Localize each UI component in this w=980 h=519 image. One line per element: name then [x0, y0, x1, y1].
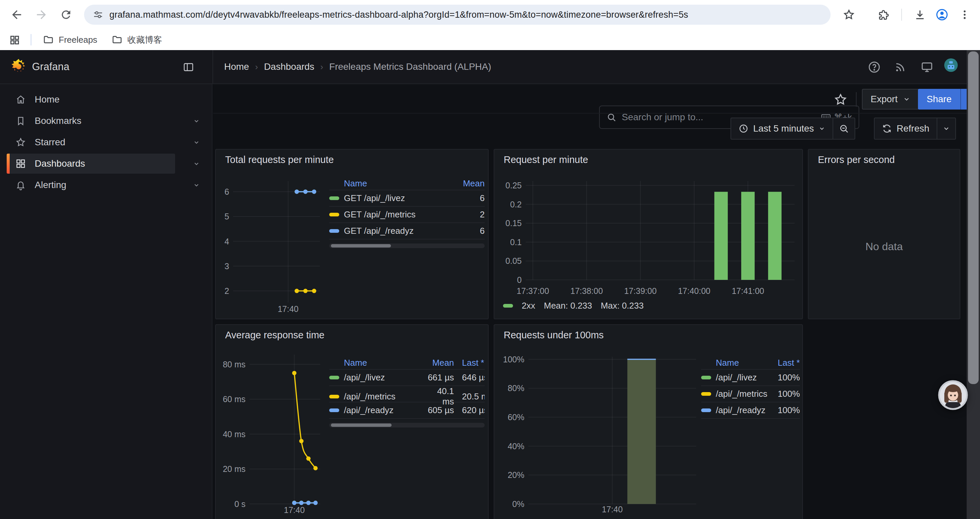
legend-item-2xx[interactable]: 2xx Mean: 0.233 Max: 0.233 — [503, 300, 644, 311]
legend-header-name[interactable]: Name — [716, 358, 769, 368]
export-button[interactable]: Export — [862, 89, 919, 110]
dashboards-grid-icon — [15, 158, 26, 169]
panel-title[interactable]: Errors per second — [818, 154, 895, 165]
bookmark-folder-freeleaps[interactable]: Freeleaps — [37, 32, 103, 48]
series-mean: Mean: 0.233 — [544, 300, 592, 311]
grafana-logo[interactable] — [10, 58, 27, 75]
legend-row[interactable]: GET /api/_/livez6 — [329, 190, 485, 206]
bookmark-label: 收藏博客 — [127, 34, 162, 46]
legend-header: Name Mean — [329, 177, 485, 190]
legend-row[interactable]: GET /api/_/readyz6 — [329, 222, 485, 239]
grafana-brand: Grafana — [32, 61, 69, 73]
legend-header-last[interactable]: Last * — [454, 358, 485, 368]
scrollbar-thumb[interactable] — [968, 51, 978, 384]
sidebar-item-alerting[interactable]: Alerting — [0, 174, 212, 196]
legend-scrollbar[interactable] — [329, 243, 485, 248]
url-bar[interactable]: grafana.mathmast.com/d/deytv4rwavabkb/fr… — [84, 5, 830, 25]
legend-scrollbar[interactable] — [329, 423, 485, 428]
star-icon — [15, 137, 26, 148]
bookmarks-divider — [31, 34, 31, 45]
svg-text:80%: 80% — [508, 383, 524, 393]
svg-text:0.05: 0.05 — [505, 256, 522, 265]
series-color-swatch — [329, 376, 339, 379]
no-data-message: No data — [808, 241, 960, 253]
news-rss-icon[interactable] — [893, 60, 907, 74]
chevron-down-icon[interactable] — [192, 117, 200, 125]
time-range-picker[interactable]: Last 5 minutes — [731, 118, 832, 139]
help-icon[interactable] — [867, 60, 881, 74]
svg-text:17:40: 17:40 — [284, 505, 305, 515]
user-avatar[interactable] — [944, 58, 958, 72]
chevron-down-icon[interactable] — [192, 160, 200, 168]
legend-row[interactable]: /api/_/livez661 µs646 µs — [329, 369, 485, 385]
breadcrumb-home[interactable]: Home — [224, 61, 249, 72]
chevron-down-icon — [943, 125, 950, 132]
legend-row[interactable]: /api/_/readyz100% — [701, 402, 800, 418]
reload-icon[interactable] — [57, 5, 75, 24]
forward-icon[interactable] — [32, 5, 51, 24]
site-info-icon[interactable] — [93, 10, 103, 20]
bookmark-star-icon[interactable] — [840, 5, 858, 24]
refresh-button[interactable]: Refresh — [875, 118, 937, 139]
header-divider — [213, 50, 213, 83]
legend-row[interactable]: /api/_/readyz605 µs620 µs — [329, 402, 485, 418]
home-icon — [15, 94, 26, 105]
clock-icon — [738, 124, 749, 134]
breadcrumb-dashboards[interactable]: Dashboards — [264, 61, 314, 72]
legend-header: Name Mean Last * — [329, 356, 485, 369]
legend-row[interactable]: /api/_/livez100% — [701, 369, 800, 385]
url-text: grafana.mathmast.com/d/deytv4rwavabkb/fr… — [110, 10, 688, 20]
profile-icon[interactable] — [932, 5, 951, 24]
zoom-out-button[interactable] — [833, 118, 854, 139]
extensions-icon[interactable] — [874, 5, 892, 24]
sidebar-item-dashboards[interactable]: Dashboards — [0, 153, 212, 174]
refresh-group: Refresh — [874, 118, 956, 140]
legend-header-name[interactable]: Name — [344, 358, 423, 368]
legend-header-last[interactable]: Last * — [769, 358, 800, 368]
series-name: /api/_/readyz — [716, 405, 769, 415]
chevron-down-icon[interactable] — [192, 181, 200, 189]
sidebar-toggle-icon[interactable] — [183, 61, 194, 73]
legend-header-name[interactable]: Name — [344, 178, 461, 189]
sidebar-item-starred[interactable]: Starred — [0, 132, 212, 153]
legend-row[interactable]: GET /api/_/metrics2 — [329, 206, 485, 222]
favorite-star-icon[interactable] — [832, 91, 849, 108]
svg-text:0%: 0% — [512, 499, 524, 509]
chart-requests-under-100ms[interactable]: 100%80%60%40%20%0%17:40 — [494, 325, 803, 519]
assistant-avatar[interactable] — [938, 380, 968, 410]
series-mean: 661 µs — [423, 372, 454, 383]
back-icon[interactable] — [7, 5, 26, 24]
svg-text:0.2: 0.2 — [510, 200, 522, 209]
refresh-interval-button[interactable] — [937, 118, 955, 139]
grafana-header: Grafana Home › Dashboards › Freeleaps Me… — [0, 50, 980, 84]
time-range-label: Last 5 minutes — [753, 123, 814, 134]
legend-row[interactable]: /api/_/metrics40.1 ms20.5 ms — [329, 385, 485, 402]
breadcrumb-separator: › — [320, 62, 323, 72]
legend-row[interactable]: /api/_/metrics100% — [701, 385, 800, 402]
svg-text:60%: 60% — [508, 412, 524, 422]
page-scrollbar[interactable] — [967, 50, 980, 519]
bookmarks-bar: Freeleaps 收藏博客 — [0, 29, 980, 50]
sidebar-item-home[interactable]: Home — [0, 89, 212, 110]
chevron-down-icon[interactable] — [192, 138, 200, 146]
sidebar-item-bookmarks[interactable]: Bookmarks — [0, 110, 212, 132]
svg-text:60 ms: 60 ms — [223, 394, 245, 404]
monitor-icon[interactable] — [920, 60, 934, 74]
zoom-out-icon — [838, 123, 849, 134]
browser-menu-icon[interactable] — [955, 5, 974, 24]
share-button[interactable]: Share — [918, 89, 960, 110]
download-icon[interactable] — [911, 5, 929, 24]
legend-header-mean[interactable]: Mean — [461, 178, 485, 189]
svg-text:5: 5 — [224, 212, 229, 221]
bookmark-folder-blogs[interactable]: 收藏博客 — [106, 32, 167, 48]
apps-grid-icon[interactable] — [5, 31, 24, 50]
svg-text:0.1: 0.1 — [510, 238, 522, 247]
panel-errors-per-second: Errors per second No data — [808, 149, 960, 319]
svg-text:17:41:00: 17:41:00 — [732, 286, 764, 295]
chevron-down-icon — [903, 96, 910, 103]
share-label: Share — [927, 94, 951, 105]
breadcrumb-separator: › — [255, 62, 258, 72]
chart-request-per-minute[interactable]: 0.250.20.150.10.05017:37:0017:38:0017:39… — [494, 150, 803, 320]
legend-header-mean[interactable]: Mean — [423, 358, 454, 368]
series-color-swatch — [329, 395, 339, 398]
